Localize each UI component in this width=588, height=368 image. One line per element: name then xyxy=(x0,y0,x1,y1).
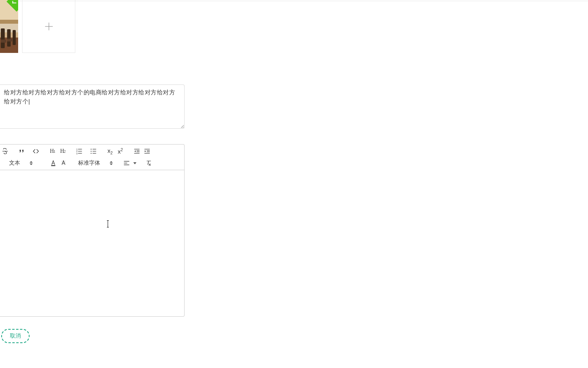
indent-increase-icon xyxy=(144,148,151,155)
svg-point-20 xyxy=(91,151,91,152)
toolbar-row-1: H1 H2 123 x2 x2 xyxy=(0,146,184,158)
add-image-button[interactable] xyxy=(22,0,75,53)
unordered-list-icon xyxy=(90,148,97,155)
svg-rect-5 xyxy=(1,28,5,48)
code-button[interactable] xyxy=(31,146,41,156)
svg-point-21 xyxy=(91,153,91,154)
indent-decrease-button[interactable] xyxy=(132,146,142,156)
code-icon xyxy=(32,148,39,155)
unordered-list-button[interactable] xyxy=(88,146,99,156)
clear-format-icon xyxy=(145,160,152,167)
align-select[interactable] xyxy=(122,158,137,168)
svg-point-19 xyxy=(91,149,91,150)
quote-button[interactable] xyxy=(17,146,27,156)
svg-rect-9 xyxy=(13,30,16,45)
svg-rect-2 xyxy=(0,20,18,24)
divider xyxy=(0,1,588,1)
cancel-button-label: 取消 xyxy=(10,332,21,340)
font-color-button[interactable] xyxy=(48,158,58,168)
h1-icon: H1 xyxy=(50,148,55,154)
h2-button[interactable]: H2 xyxy=(58,146,68,156)
svg-rect-33 xyxy=(51,165,56,166)
svg-rect-35 xyxy=(61,160,66,165)
editor-toolbar: H1 H2 123 x2 x2 xyxy=(0,145,184,170)
indent-increase-button[interactable] xyxy=(142,146,152,156)
subscript-button[interactable]: x2 xyxy=(105,146,115,156)
svg-rect-6 xyxy=(1,39,6,43)
background-color-icon xyxy=(60,160,67,167)
svg-text:3: 3 xyxy=(77,152,78,155)
h2-icon: H2 xyxy=(60,148,65,154)
ordered-list-icon: 123 xyxy=(76,148,83,155)
image-thumbnail[interactable] xyxy=(0,0,18,53)
strikethrough-icon xyxy=(2,148,9,155)
text-style-label: 文本 xyxy=(9,160,20,167)
h1-button[interactable]: H1 xyxy=(47,146,58,156)
select-caret-icon xyxy=(30,161,33,165)
superscript-icon: x2 xyxy=(118,148,123,155)
toolbar-row-2: 文本 标准字体 xyxy=(0,158,184,170)
font-family-select[interactable]: 标准字体 xyxy=(75,158,116,168)
select-caret-icon xyxy=(110,161,113,165)
clear-format-button[interactable] xyxy=(144,158,154,168)
rich-text-editor: H1 H2 123 x2 x2 xyxy=(0,144,185,317)
strikethrough-button[interactable] xyxy=(0,146,10,156)
quote-icon xyxy=(18,148,25,155)
cancel-button[interactable]: 取消 xyxy=(1,329,30,343)
superscript-button[interactable]: x2 xyxy=(115,146,125,156)
description-field-wrap xyxy=(0,84,185,129)
svg-rect-8 xyxy=(7,39,12,41)
image-thumbnail-list xyxy=(0,0,75,53)
editor-content-area[interactable] xyxy=(0,170,184,316)
text-style-select[interactable]: 文本 xyxy=(0,158,42,168)
subscript-icon: x2 xyxy=(107,147,112,155)
description-textarea[interactable] xyxy=(0,84,185,129)
svg-rect-7 xyxy=(7,29,11,47)
font-family-label: 标准字体 xyxy=(78,160,100,167)
plus-icon xyxy=(44,21,54,32)
align-left-icon xyxy=(123,160,130,167)
ordered-list-button[interactable]: 123 xyxy=(74,146,84,156)
background-color-button[interactable] xyxy=(58,158,69,168)
chevron-down-icon xyxy=(133,162,136,164)
indent-decrease-icon xyxy=(133,148,140,155)
font-color-icon xyxy=(50,160,57,167)
